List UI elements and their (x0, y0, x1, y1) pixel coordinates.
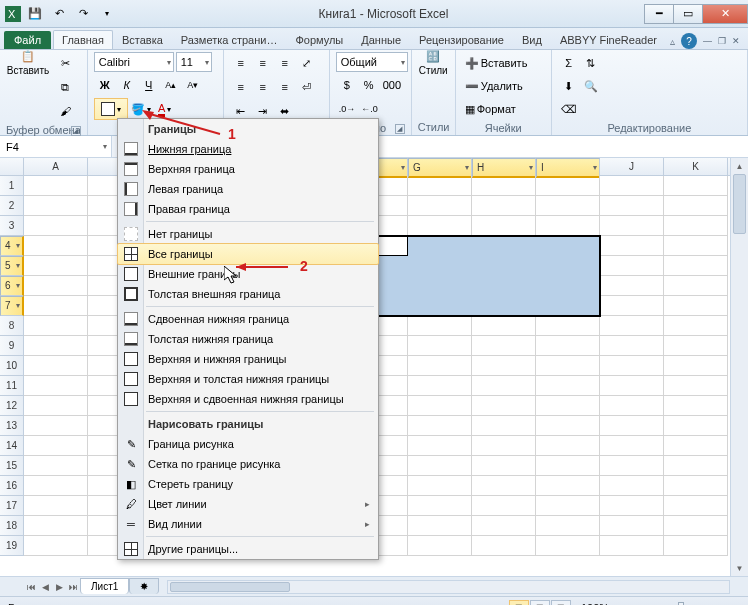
format-painter-button[interactable]: 🖌 (54, 100, 76, 122)
doc-restore-icon[interactable]: ❐ (718, 36, 726, 46)
sheet-tab[interactable]: Лист1 (80, 578, 129, 594)
sheet-nav-next[interactable]: ▶ (52, 582, 66, 592)
redo-icon[interactable]: ↷ (72, 5, 94, 23)
cell[interactable] (24, 456, 88, 476)
qat-customize-icon[interactable]: ▾ (96, 5, 118, 23)
cell[interactable] (408, 456, 472, 476)
row-header[interactable]: 7 (0, 296, 24, 316)
cell[interactable] (24, 516, 88, 536)
row-header[interactable]: 6 (0, 276, 24, 296)
cell[interactable] (472, 176, 536, 196)
cell[interactable] (664, 196, 728, 216)
cell[interactable] (408, 416, 472, 436)
cell[interactable] (664, 276, 728, 296)
dialog-launcher-icon[interactable]: ◢ (395, 124, 405, 134)
view-pagebreak-button[interactable]: ▥ (551, 600, 571, 606)
cell[interactable] (600, 296, 664, 316)
row-header[interactable]: 3 (0, 216, 24, 236)
cell[interactable] (536, 256, 600, 276)
bold-button[interactable]: Ж (94, 74, 116, 96)
view-normal-button[interactable]: ▦ (509, 600, 529, 606)
cell[interactable] (600, 356, 664, 376)
zoom-out-button[interactable]: − (619, 602, 625, 606)
menu-item-right-border[interactable]: Правая граница (118, 199, 378, 219)
cell[interactable] (408, 256, 472, 276)
menu-item-left-border[interactable]: Левая граница (118, 179, 378, 199)
fill-button[interactable]: ⬇ (558, 75, 580, 97)
cell[interactable] (408, 436, 472, 456)
cell[interactable] (472, 396, 536, 416)
tab-insert[interactable]: Вставка (113, 30, 172, 49)
cell[interactable] (472, 416, 536, 436)
cell[interactable] (408, 516, 472, 536)
insert-cells-button[interactable]: ➕Вставить (462, 52, 552, 74)
cell[interactable] (664, 456, 728, 476)
cell[interactable] (24, 496, 88, 516)
row-header[interactable]: 8 (0, 316, 24, 336)
menu-item-bottom-double[interactable]: Сдвоенная нижняя граница (118, 309, 378, 329)
row-header[interactable]: 17 (0, 496, 24, 516)
cell[interactable] (24, 256, 88, 276)
row-header[interactable]: 16 (0, 476, 24, 496)
new-sheet-button[interactable]: ✸ (129, 578, 159, 594)
menu-item-line-color[interactable]: 🖊Цвет линии (118, 494, 378, 514)
row-header[interactable]: 4 (0, 236, 24, 256)
cell[interactable] (24, 476, 88, 496)
zoom-in-button[interactable]: + (734, 602, 740, 606)
sheet-nav-first[interactable]: ⏮ (24, 582, 38, 592)
cell[interactable] (600, 456, 664, 476)
menu-item-bottom-border[interactable]: Нижняя граница (118, 139, 378, 159)
cell[interactable] (472, 316, 536, 336)
clear-button[interactable]: ⌫ (558, 98, 580, 120)
cell[interactable] (24, 376, 88, 396)
sort-button[interactable]: ⇅ (580, 52, 602, 74)
tab-view[interactable]: Вид (513, 30, 551, 49)
cut-button[interactable]: ✂ (54, 52, 76, 74)
scroll-up-icon[interactable]: ▲ (731, 158, 748, 174)
cell[interactable] (600, 416, 664, 436)
name-box[interactable]: F4 (0, 136, 112, 157)
menu-item-top-double-bottom[interactable]: Верхняя и сдвоенная нижняя границы (118, 389, 378, 409)
tab-data[interactable]: Данные (352, 30, 410, 49)
cell[interactable] (408, 196, 472, 216)
cell[interactable] (600, 536, 664, 556)
menu-item-top-bottom[interactable]: Верхняя и нижняя границы (118, 349, 378, 369)
cell[interactable] (600, 496, 664, 516)
cell[interactable] (600, 436, 664, 456)
tab-home[interactable]: Главная (53, 30, 113, 49)
row-header[interactable]: 15 (0, 456, 24, 476)
cell[interactable] (664, 496, 728, 516)
row-header[interactable]: 10 (0, 356, 24, 376)
doc-minimize-icon[interactable]: — (703, 36, 712, 46)
row-header[interactable]: 18 (0, 516, 24, 536)
cell[interactable] (24, 396, 88, 416)
cell[interactable] (408, 496, 472, 516)
cell[interactable] (536, 276, 600, 296)
row-header[interactable]: 2 (0, 196, 24, 216)
menu-item-thick-box-border[interactable]: Толстая внешняя граница (118, 284, 378, 304)
grow-font-button[interactable]: A▴ (160, 74, 182, 96)
menu-item-all-borders[interactable]: Все границы (117, 243, 379, 265)
cell[interactable] (664, 236, 728, 256)
cell[interactable] (536, 396, 600, 416)
menu-item-top-thick-bottom[interactable]: Верхняя и толстая нижняя границы (118, 369, 378, 389)
minimize-button[interactable]: ━ (644, 4, 674, 24)
cell[interactable] (536, 296, 600, 316)
cell[interactable] (600, 276, 664, 296)
row-header[interactable]: 1 (0, 176, 24, 196)
wrap-text-button[interactable]: ⏎ (296, 76, 318, 98)
cell[interactable] (408, 336, 472, 356)
cell[interactable] (24, 276, 88, 296)
cell[interactable] (24, 416, 88, 436)
vertical-scrollbar[interactable]: ▲ ▼ (730, 158, 748, 576)
cell[interactable] (664, 516, 728, 536)
fill-color-button[interactable]: 🪣▾ (128, 98, 154, 120)
copy-button[interactable]: ⧉ (54, 76, 76, 98)
col-header[interactable]: J (600, 158, 664, 175)
scroll-thumb[interactable] (733, 174, 746, 234)
cell[interactable] (472, 516, 536, 536)
col-header[interactable]: A (24, 158, 88, 175)
menu-item-draw-border[interactable]: ✎Граница рисунка (118, 434, 378, 454)
cell[interactable] (472, 496, 536, 516)
cell[interactable] (24, 236, 88, 256)
